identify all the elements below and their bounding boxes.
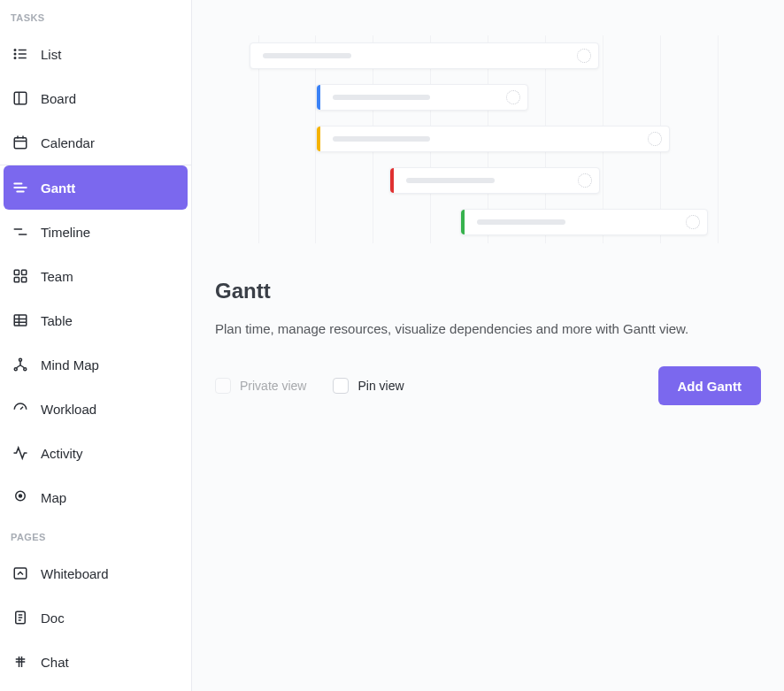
- gantt-illustration: [215, 35, 761, 243]
- svg-point-27: [24, 368, 27, 371]
- svg-point-30: [19, 495, 22, 497]
- add-gantt-button[interactable]: Add Gantt: [658, 366, 762, 405]
- calendar-icon: [12, 134, 28, 150]
- main-panel: Gantt Plan time, manage resources, visua…: [192, 0, 784, 691]
- svg-rect-6: [14, 92, 27, 104]
- page-title: Gantt: [215, 279, 761, 303]
- team-icon: [12, 268, 28, 284]
- tasks-header: TASKS: [0, 0, 191, 32]
- actions-row: Private view Pin view Add Gantt: [215, 366, 761, 405]
- sidebar-item-label: Whiteboard: [41, 566, 109, 581]
- checkbox-icon: [215, 378, 231, 394]
- sidebar-item-table[interactable]: Table: [0, 298, 191, 342]
- svg-rect-18: [22, 270, 27, 274]
- sidebar-item-workload[interactable]: Workload: [0, 387, 191, 431]
- sidebar-item-doc[interactable]: Doc: [0, 595, 191, 640]
- svg-point-0: [14, 50, 16, 51]
- table-icon: [12, 312, 28, 328]
- sidebar-item-list[interactable]: List: [0, 32, 191, 76]
- list-icon: [12, 46, 28, 62]
- pin-view-checkbox[interactable]: Pin view: [333, 378, 404, 394]
- chat-icon: [12, 654, 28, 670]
- board-icon: [12, 90, 28, 106]
- sidebar-item-label: Table: [41, 313, 73, 328]
- whiteboard-icon: [12, 565, 28, 581]
- doc-icon: [12, 610, 28, 626]
- sidebar-item-gantt[interactable]: Gantt: [4, 165, 188, 210]
- sidebar-item-calendar[interactable]: Calendar: [0, 120, 191, 165]
- sidebar-item-mindmap[interactable]: Mind Map: [0, 342, 191, 387]
- sidebar-item-whiteboard[interactable]: Whiteboard: [0, 551, 191, 595]
- svg-rect-31: [14, 568, 27, 579]
- sidebar-item-label: Board: [41, 91, 76, 106]
- sidebar-item-chat[interactable]: Chat: [0, 640, 191, 684]
- private-view-checkbox: Private view: [215, 378, 306, 394]
- sidebar-item-label: Timeline: [41, 225, 90, 240]
- sidebar-item-label: Calendar: [41, 135, 95, 150]
- activity-icon: [12, 445, 28, 461]
- sidebar-item-label: Chat: [41, 655, 69, 670]
- svg-point-26: [14, 368, 17, 371]
- checkbox-icon: [333, 378, 349, 394]
- sidebar-item-label: Doc: [41, 610, 65, 626]
- sidebar-item-board[interactable]: Board: [0, 76, 191, 120]
- svg-point-2: [14, 58, 16, 59]
- svg-line-28: [20, 407, 23, 410]
- mindmap-icon: [12, 357, 28, 372]
- sidebar-item-label: Gantt: [41, 180, 75, 196]
- svg-point-25: [19, 358, 22, 361]
- page-subtitle: Plan time, manage resources, visualize d…: [215, 321, 761, 336]
- private-view-label: Private view: [240, 379, 306, 393]
- sidebar-item-label: Map: [41, 490, 66, 505]
- sidebar-item-label: Workload: [41, 402, 96, 417]
- timeline-icon: [12, 224, 28, 240]
- svg-rect-17: [14, 270, 19, 274]
- sidebar-item-activity[interactable]: Activity: [0, 431, 191, 475]
- gantt-icon: [12, 180, 28, 196]
- sidebar-item-label: Mind Map: [41, 357, 99, 372]
- sidebar-item-label: List: [41, 47, 61, 62]
- svg-rect-19: [14, 278, 19, 282]
- pin-view-label: Pin view: [357, 379, 404, 393]
- svg-rect-21: [14, 315, 27, 326]
- svg-rect-20: [22, 278, 27, 282]
- sidebar-item-map[interactable]: Map: [0, 475, 191, 519]
- pages-header: PAGES: [0, 519, 191, 551]
- sidebar-item-label: Team: [41, 269, 73, 284]
- map-icon: [12, 489, 28, 505]
- sidebar-item-team[interactable]: Team: [0, 254, 191, 298]
- workload-icon: [12, 401, 28, 417]
- svg-point-1: [14, 53, 16, 55]
- svg-rect-8: [14, 138, 27, 149]
- sidebar: TASKS List Board Calendar Gantt Timeline: [0, 0, 192, 691]
- sidebar-item-label: Activity: [41, 446, 83, 461]
- sidebar-item-timeline[interactable]: Timeline: [0, 210, 191, 254]
